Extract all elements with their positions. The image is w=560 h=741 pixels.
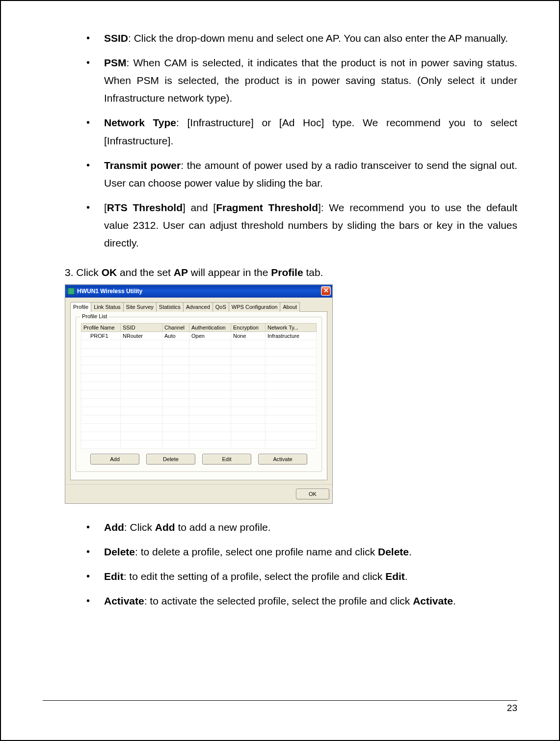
bullet-edit: Edit: to edit the setting of a profile, … <box>104 568 517 585</box>
term: SSID <box>104 32 128 44</box>
cell: Open <box>189 331 231 340</box>
bullet-ssid: SSID: Click the drop-down menu and selec… <box>104 29 517 47</box>
term: Transmit power <box>104 160 181 171</box>
term: Add <box>104 521 124 533</box>
cell: NRouter <box>121 331 162 340</box>
t: will appear in the <box>188 267 271 278</box>
titlebar: HWUN1 Wireless Utility ✕ <box>65 285 332 298</box>
term2: Activate <box>413 595 453 606</box>
mid: : Click <box>124 521 155 533</box>
bullet-text: : When CAM is selected, it indicates tha… <box>104 57 517 104</box>
profile-list-group: Profile List Profile NameSSIDChannelAuth… <box>76 317 322 472</box>
table-row-empty <box>81 432 317 440</box>
table-row-empty <box>81 348 317 357</box>
table-row-empty <box>81 407 317 415</box>
bullet-text: : Click the drop-down menu and select on… <box>128 32 508 44</box>
term2: Edit <box>385 571 405 582</box>
cell: Auto <box>162 331 189 340</box>
tab-qos[interactable]: QoS <box>213 302 229 312</box>
top-bullet-list: SSID: Click the drop-down menu and selec… <box>65 29 517 252</box>
term-fragment: Fragment Threshold <box>216 202 318 213</box>
bullet-psm: PSM: When CAM is selected, it indicates … <box>104 54 517 107</box>
mid: : to delete a profile, select one profil… <box>135 546 378 557</box>
column-header[interactable]: Channel <box>162 323 189 331</box>
column-header[interactable]: Profile Name <box>81 323 121 331</box>
table-row-empty <box>81 423 317 432</box>
table-row-empty <box>81 415 317 423</box>
delete-button[interactable]: Delete <box>146 454 195 465</box>
rest: . <box>409 546 412 557</box>
footer-rule <box>43 700 517 701</box>
cell: PROF1 <box>81 331 121 340</box>
table-row-empty <box>81 340 317 348</box>
step-3-text: 3. Click OK and the set AP will appear i… <box>65 264 517 281</box>
t: 3. Click <box>65 267 102 278</box>
table-row[interactable]: PROF1NRouterAutoOpenNoneInfrastructure <box>81 331 317 340</box>
add-button[interactable]: Add <box>90 454 139 465</box>
tab-advanced[interactable]: Advanced <box>183 302 213 312</box>
rest: . <box>453 595 456 606</box>
rest: . <box>405 571 408 582</box>
column-header[interactable]: Network Ty... <box>266 323 317 331</box>
page-number: 23 <box>507 703 517 714</box>
term: Edit <box>104 571 124 582</box>
bullet-delete: Delete: to delete a profile, select one … <box>104 543 517 561</box>
mid: ] and [ <box>183 202 216 213</box>
tab-site-survey[interactable]: Site Survey <box>123 302 157 312</box>
t: tab. <box>303 267 323 278</box>
column-header[interactable]: SSID <box>121 323 162 331</box>
mid: : to activate the selected profile, sele… <box>144 595 413 606</box>
group-legend: Profile List <box>80 313 109 319</box>
column-header[interactable]: Encryption <box>231 323 266 331</box>
table-row-empty <box>81 390 317 398</box>
tab-strip: ProfileLink StatusSite SurveyStatisticsA… <box>70 302 327 312</box>
tab-profile[interactable]: Profile <box>70 302 91 312</box>
term2: Delete <box>378 546 409 557</box>
tab-wps-configuration[interactable]: WPS Configuration <box>229 302 281 312</box>
tab-about[interactable]: About <box>280 302 300 312</box>
table-row-empty <box>81 365 317 373</box>
table-row-empty <box>81 373 317 382</box>
term: Activate <box>104 595 144 606</box>
edit-button[interactable]: Edit <box>202 454 251 465</box>
activate-button[interactable]: Activate <box>258 454 307 465</box>
tab-link-status[interactable]: Link Status <box>91 302 123 312</box>
bottom-bullet-list: Add: Click Add to add a new profile.Dele… <box>65 519 517 610</box>
t: and the set <box>117 267 174 278</box>
profile-button-row: AddDeleteEditActivate <box>81 454 317 465</box>
term2: Add <box>155 521 175 533</box>
cell: None <box>231 331 266 340</box>
table-row-empty <box>81 440 317 448</box>
bullet-activate: Activate: to activate the selected profi… <box>104 592 517 610</box>
bullet-transmit-power: Transmit power: the amount of power used… <box>104 157 517 192</box>
cell: Infrastructure <box>266 331 317 340</box>
ok-button[interactable]: OK <box>296 489 329 499</box>
table-row-empty <box>81 382 317 390</box>
wireless-utility-dialog: HWUN1 Wireless Utility ✕ ProfileLink Sta… <box>65 284 333 504</box>
window-title: HWUN1 Wireless Utility <box>77 288 319 295</box>
b: Profile <box>271 267 303 278</box>
term: Network Type <box>104 117 176 128</box>
bullet-network-type: Network Type: [Infrastructure] or [Ad Ho… <box>104 114 517 149</box>
table-row-empty <box>81 398 317 407</box>
rest: to add a new profile. <box>175 521 271 533</box>
tab-panel-profile: Profile List Profile NameSSIDChannelAuth… <box>70 312 327 480</box>
bullet-rts-fragment: [RTS Threshold] and [Fragment Threshold]… <box>104 199 517 252</box>
column-header[interactable]: Authentication <box>189 323 231 331</box>
b: OK <box>102 267 117 278</box>
tab-statistics[interactable]: Statistics <box>156 302 184 312</box>
dialog-button-row: OK <box>65 484 332 503</box>
app-icon <box>68 288 75 295</box>
profile-table: Profile NameSSIDChannelAuthenticationEnc… <box>81 323 317 449</box>
bullet-add: Add: Click Add to add a new profile. <box>104 519 517 536</box>
term-rts: RTS Threshold <box>107 202 183 213</box>
term: Delete <box>104 546 135 557</box>
close-icon[interactable]: ✕ <box>321 286 331 296</box>
table-row-empty <box>81 357 317 365</box>
term: PSM <box>104 57 127 68</box>
mid: : to edit the setting of a profile, sele… <box>124 571 385 582</box>
b: AP <box>174 267 188 278</box>
